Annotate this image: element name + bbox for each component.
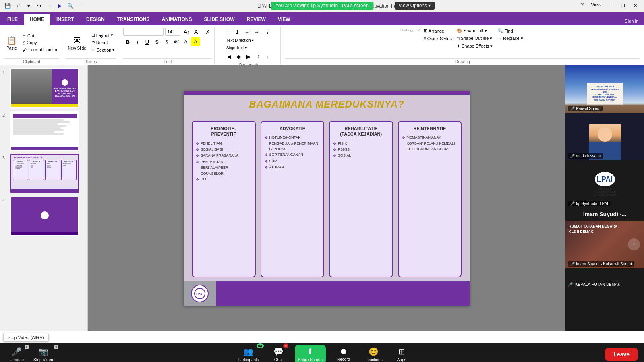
view-options-button[interactable]: View Options ▾ (395, 2, 435, 10)
align-right-btn[interactable]: ▶ (244, 52, 253, 61)
font-size-dropdown[interactable]: 14 (165, 28, 180, 36)
decrease-indent-btn[interactable]: ←≡ (244, 27, 253, 36)
copy-label: Copy (27, 40, 37, 45)
copy-button[interactable]: ⎘ Copy (21, 39, 59, 46)
slide-editor[interactable]: BAGAIMANA MEREDUKSINYA? PROMOTIF /PREVEN… (88, 65, 565, 331)
leave-button[interactable]: Leave (605, 348, 638, 361)
justify-btn[interactable]: ⁞ (254, 52, 263, 61)
section-button[interactable]: ☰ Section ▾ (90, 46, 117, 53)
slide-canvas[interactable]: BAGAIMANA MEREDUKSINYA? PROMOTIF /PREVEN… (184, 91, 470, 306)
shape-effects-button[interactable]: ✦ Shape Effects ▾ (455, 43, 494, 50)
text-direction-btn[interactable]: Text Direction ▾ (225, 37, 255, 43)
font-name-dropdown[interactable] (123, 28, 164, 36)
slide-image-4[interactable] (10, 197, 79, 236)
share-screen-button[interactable]: ⬆ Share Screen (295, 345, 326, 362)
text-highlight-btn[interactable]: A (191, 37, 200, 46)
char-spacing-btn[interactable]: AV (172, 37, 180, 46)
redo-icon[interactable]: ↪ (35, 2, 43, 10)
tab-slideshow[interactable]: SLIDE SHOW (198, 14, 240, 25)
strikethrough-btn[interactable]: S (152, 37, 161, 46)
tab-review[interactable]: REVIEW (241, 14, 271, 25)
clear-format-btn[interactable]: ✗ (203, 27, 212, 36)
tab-view[interactable]: VIEW (272, 14, 296, 25)
cut-button[interactable]: ✂ Cut (21, 32, 59, 39)
line-spacing-btn[interactable]: ↕ (263, 52, 272, 61)
chat-button[interactable]: 💬 9 Chat (270, 345, 287, 362)
rect-shape[interactable]: □ (400, 27, 403, 32)
format-painter-button[interactable]: 🖌 Format Painter (21, 46, 59, 53)
shape-effects-icon: ✦ (457, 43, 460, 49)
undo-icon[interactable]: ↩ (14, 2, 23, 10)
arrow-shape[interactable]: → (414, 27, 418, 32)
slide-thumb-3[interactable]: 3 BAGAIMANA MEREDUKSINYA? PROMOTIF / PRE… (2, 154, 85, 193)
font-row2: B I U S S AV A A (123, 37, 200, 46)
columns-btn[interactable]: ⫶ (263, 27, 272, 36)
present-icon[interactable]: ▶ (56, 2, 64, 10)
search-ribbon-icon[interactable]: 🔍 (66, 2, 75, 10)
tab-home[interactable]: HOME (24, 14, 50, 25)
slide-thumb-4[interactable]: 4 (2, 197, 85, 236)
slide-image-1[interactable]: PERLINDUNGAN ANAK DARI BULYING DAN KOTA … (10, 68, 79, 108)
align-left-btn[interactable]: ◀ (225, 52, 234, 61)
slide-thumb-1[interactable]: 1 PERLINDUNGAN ANAK DARI BULYING DAN KOT… (2, 68, 85, 108)
shrink-font-btn[interactable]: A↓ (193, 27, 201, 36)
minimize-btn[interactable]: ─ (605, 2, 617, 10)
layout-button[interactable]: ⊟ Layout ▾ (90, 32, 117, 39)
slide-thumb-2[interactable]: 2 (2, 111, 85, 151)
reset-button[interactable]: ↺ Reset (90, 39, 117, 46)
footer-left: LPAI (184, 281, 216, 306)
undo-dropdown-icon[interactable]: ▾ (24, 2, 33, 10)
shadow-btn[interactable]: S (162, 37, 171, 46)
bold-btn[interactable]: B (123, 37, 132, 46)
line-shape[interactable]: ╱ (418, 27, 420, 32)
slide-image-3[interactable]: BAGAIMANA MEREDUKSINYA? PROMOTIF / PREVE… (10, 154, 79, 193)
shape-fill-button[interactable]: 🎨 Shape Fill ▾ (455, 27, 494, 34)
apps-button[interactable]: ⊞ Apps (394, 345, 410, 362)
restore-btn[interactable]: ❐ (617, 2, 629, 10)
tab-transitions[interactable]: TRANSITIONS (111, 14, 155, 25)
increase-indent-btn[interactable]: →≡ (254, 27, 263, 36)
slide-image-2[interactable] (10, 111, 79, 151)
replace-button[interactable]: ↔ Replace ▾ (496, 35, 524, 42)
font-color-btn[interactable]: A (181, 37, 190, 46)
stop-video-button[interactable]: 📷 Stop Video ▾ (30, 345, 56, 362)
quick-styles-button[interactable]: ⌗ Quick Styles (422, 35, 453, 42)
save-icon[interactable]: 💾 (3, 2, 12, 10)
reactions-button[interactable]: 😊 Reactions (361, 345, 385, 362)
customize-icon[interactable]: · (45, 2, 54, 10)
grow-font-btn[interactable]: A↑ (182, 27, 191, 36)
record-button[interactable]: ⏺ Record (334, 345, 353, 362)
tab-insert[interactable]: INSERT (51, 14, 80, 25)
new-slide-button[interactable]: 🖼 New Slide (66, 33, 88, 52)
align-text-btn[interactable]: Align Text ▾ (225, 45, 248, 51)
italic-btn[interactable]: I (133, 37, 142, 46)
shape-outline-button[interactable]: □ Shape Outline ▾ (455, 35, 494, 42)
view-label[interactable]: View (588, 2, 605, 10)
tab-file[interactable]: FILE (2, 14, 23, 25)
content-box-1[interactable]: PROMOTIF /PREVENTIF ❖PENELITIAN ❖SOSIALI… (192, 121, 256, 277)
more-icon[interactable]: · (77, 2, 85, 10)
numbering-btn[interactable]: 1≡ (234, 27, 243, 36)
arrange-button[interactable]: ⊞ Arrange (422, 27, 453, 34)
content-box-4[interactable]: REINTEGRATIF ❖MEMASTIKAN ANAK KORBAN/ PE… (398, 121, 462, 277)
underline-btn[interactable]: U (143, 37, 151, 46)
notes-area[interactable]: Click to add notes (0, 331, 644, 343)
find-button[interactable]: 🔍 Find (496, 27, 524, 34)
circle-shape[interactable]: ○ (407, 27, 410, 32)
triangle-shape[interactable]: △ (410, 27, 413, 32)
signin-btn[interactable]: Sign in (621, 17, 642, 25)
content-box-3[interactable]: REHABILITATIF(PASCA KEJADIAN) ❖FISIK ❖PS… (329, 121, 393, 277)
content-box-2[interactable]: ADVOKATIF ❖HOTLINE/KONTAK PENGADUAN/ PEN… (261, 121, 325, 277)
close-btn[interactable]: ✕ (630, 2, 641, 10)
slide-panel[interactable]: 1 PERLINDUNGAN ANAK DARI BULYING DAN KOT… (0, 65, 88, 331)
slide-title[interactable]: BAGAIMANA MEREDUKSINYA? (184, 99, 470, 110)
bullets-btn[interactable]: ≡ (225, 27, 234, 36)
participants-button[interactable]: 👥 68 Participants (235, 345, 262, 362)
center-btn[interactable]: ◆ (234, 52, 243, 61)
unmute-button[interactable]: 🎤 Unmute ▾ (6, 345, 27, 362)
tab-design[interactable]: DESIGN (81, 14, 110, 25)
round-rect-shape[interactable]: ▭ (403, 27, 407, 32)
tab-animations[interactable]: ANIMATIONS (156, 14, 197, 25)
paste-button[interactable]: 📋 Paste (4, 33, 19, 52)
help-btn[interactable]: ? (578, 2, 587, 10)
